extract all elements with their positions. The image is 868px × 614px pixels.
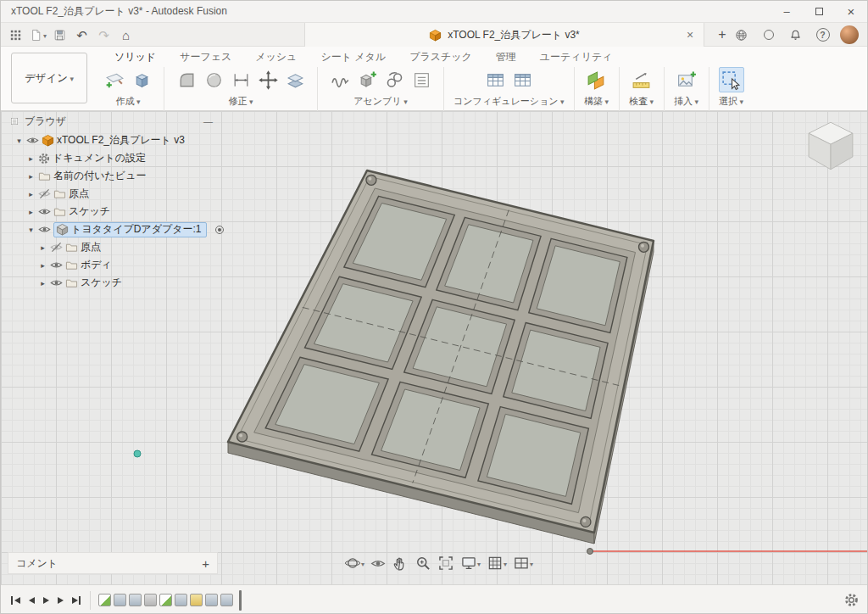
workspace-selector[interactable]: デザイン (11, 53, 87, 103)
activate-component-radio[interactable] (215, 226, 224, 234)
grid-settings-button[interactable] (484, 553, 509, 573)
configuration-table-button[interactable] (482, 67, 508, 92)
timeline-position-marker[interactable] (239, 590, 242, 611)
chevron-right-icon[interactable] (26, 154, 36, 163)
motion-study-button[interactable] (327, 67, 353, 92)
tab-mesh[interactable]: メッシュ (243, 49, 309, 64)
browser-item-document-settings[interactable]: ドキュメントの設定 (8, 149, 220, 167)
chevron-right-icon[interactable] (38, 261, 47, 270)
job-status-button[interactable] (759, 25, 778, 45)
browser-item-component-origin[interactable]: 原点 (8, 238, 220, 256)
orbit-button[interactable] (342, 553, 367, 573)
insert-button[interactable] (674, 67, 699, 92)
move-button[interactable] (255, 67, 281, 92)
help-button[interactable] (813, 25, 832, 45)
visibility-on-icon[interactable] (50, 260, 63, 270)
visibility-off-icon[interactable] (50, 243, 63, 252)
selected-item-highlight[interactable]: トヨタタイプDアダプター:1 (53, 222, 207, 237)
browser-item-sketches[interactable]: スケッチ (8, 203, 220, 220)
browser-item-label[interactable]: 原点 (69, 187, 89, 201)
close-button[interactable] (835, 1, 867, 22)
document-tab[interactable]: xTOOL F2_治具プレート v3* (304, 23, 704, 47)
browser-item-root[interactable]: xTOOL F2_治具プレート v3 (8, 131, 220, 149)
comments-bar[interactable]: コメント (8, 552, 218, 574)
chevron-right-icon[interactable] (26, 172, 36, 181)
redo-button[interactable] (94, 25, 114, 45)
tab-surface[interactable]: サーフェス (168, 49, 243, 64)
new-tab-button[interactable] (713, 25, 732, 44)
browser-item-component[interactable]: トヨタタイプDアダプター:1 (8, 220, 220, 238)
timeline-feature-sketch-icon[interactable] (159, 594, 172, 606)
save-button[interactable] (50, 25, 70, 45)
step-forward-button[interactable] (56, 592, 65, 609)
viewcube[interactable] (799, 114, 862, 177)
go-to-end-button[interactable] (70, 592, 83, 609)
chevron-right-icon[interactable] (38, 279, 47, 287)
undo-button[interactable] (72, 25, 92, 45)
timeline-feature-extrude-icon[interactable] (114, 594, 126, 606)
browser-minimize-button[interactable] (203, 116, 213, 126)
group-insert-label[interactable]: 挿入 (674, 95, 698, 108)
browser-item-label[interactable]: ドキュメントの設定 (53, 151, 146, 165)
viewports-button[interactable] (510, 553, 536, 573)
visibility-on-icon[interactable] (38, 225, 51, 234)
look-at-button[interactable] (368, 553, 388, 573)
tab-utilities[interactable]: ユーティリティ (528, 49, 625, 64)
timeline-feature-extrude-icon[interactable] (220, 594, 233, 606)
user-avatar[interactable] (840, 25, 859, 44)
tab-manage[interactable]: 管理 (484, 49, 528, 64)
browser-item-label[interactable]: スケッチ (69, 204, 110, 219)
browser-item-label[interactable]: スケッチ (81, 276, 122, 290)
shell-button[interactable] (201, 67, 226, 92)
tab-plastic[interactable]: プラスチック (398, 49, 484, 64)
browser-item-label[interactable]: xTOOL F2_治具プレート v3 (57, 133, 185, 148)
browser-item-component-sketches[interactable]: スケッチ (8, 274, 220, 292)
chevron-down-icon[interactable] (14, 137, 24, 145)
browser-item-bodies[interactable]: ボディ (8, 256, 220, 274)
measure-button[interactable] (629, 67, 654, 92)
new-component-button[interactable] (354, 67, 380, 92)
timeline-feature-move-icon[interactable] (190, 594, 203, 606)
tab-sheet-metal[interactable]: シート メタル (309, 49, 398, 64)
joint-button[interactable] (381, 67, 407, 92)
offset-button[interactable] (282, 67, 308, 92)
visibility-on-icon[interactable] (38, 207, 51, 216)
visibility-on-icon[interactable] (26, 136, 39, 145)
add-comment-button[interactable] (202, 556, 209, 571)
viewport-canvas[interactable]: ブラウザ xTOOL F2_治具プレート v3 ドキュメントの設定 (1, 111, 868, 584)
visibility-on-icon[interactable] (50, 278, 63, 287)
group-construct-label[interactable]: 構築 (584, 95, 609, 108)
group-inspect-label[interactable]: 検査 (629, 95, 654, 108)
pan-button[interactable] (389, 553, 411, 573)
group-create-label[interactable]: 作成 (115, 95, 140, 108)
chevron-right-icon[interactable] (38, 243, 47, 252)
create-sketch-button[interactable] (102, 67, 127, 92)
display-settings-button[interactable] (458, 553, 483, 573)
apps-grid-button[interactable] (6, 25, 25, 45)
press-pull-button[interactable] (174, 67, 199, 92)
browser-item-label[interactable]: トヨタタイプDアダプター:1 (71, 222, 202, 237)
timeline-feature-extrude-icon[interactable] (175, 594, 187, 606)
construct-plane-button[interactable] (584, 67, 609, 92)
browser-item-label[interactable]: 原点 (81, 240, 101, 254)
browser-item-label[interactable]: ボディ (81, 258, 112, 272)
timeline-settings-gear-icon[interactable] (844, 593, 859, 607)
configuration-list-button[interactable] (509, 67, 535, 92)
home-button[interactable] (116, 25, 136, 45)
group-modify-label[interactable]: 修正 (228, 95, 253, 108)
file-menu-button[interactable] (28, 25, 47, 45)
web-button[interactable] (732, 25, 751, 45)
browser-item-origin[interactable]: 原点 (8, 185, 220, 203)
timeline-feature-extrude-icon[interactable] (129, 594, 142, 606)
create-solid-button[interactable] (129, 67, 154, 92)
timeline-feature-fillet-icon[interactable] (144, 594, 157, 606)
select-button[interactable] (719, 67, 744, 92)
timeline-feature-extrude-icon[interactable] (205, 594, 218, 606)
group-assemble-label[interactable]: アセンブリ (353, 95, 407, 108)
minimize-button[interactable] (771, 1, 803, 22)
group-select-label[interactable]: 選択 (719, 95, 743, 108)
play-button[interactable] (42, 592, 51, 609)
group-configuration-label[interactable]: コンフィギュレーション (453, 95, 565, 108)
chevron-down-icon[interactable] (26, 226, 36, 234)
chevron-right-icon[interactable] (26, 190, 36, 198)
